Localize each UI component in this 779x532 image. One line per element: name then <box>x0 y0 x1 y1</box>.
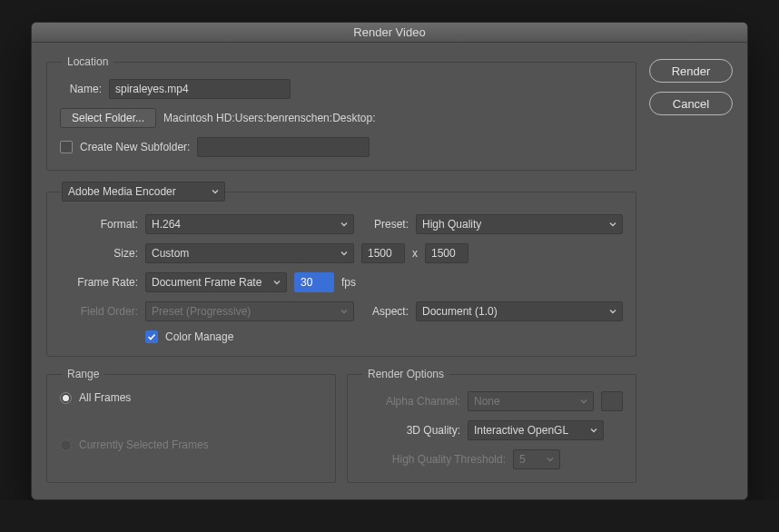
select-folder-button[interactable]: Select Folder... <box>60 108 156 128</box>
aspect-label: Aspect: <box>361 305 409 318</box>
selected-frames-radio <box>60 439 72 451</box>
chevron-down-icon <box>273 279 281 286</box>
preset-label: Preset: <box>361 218 409 231</box>
location-group: Location Name: Select Folder... Macintos… <box>46 55 636 171</box>
fieldorder-select: Preset (Progressive) <box>145 301 354 321</box>
alpha-color-swatch <box>601 391 623 411</box>
color-manage-checkbox[interactable] <box>145 330 158 343</box>
render-options-group: Render Options Alpha Channel: None 3D Qu… <box>347 368 636 483</box>
window-title: Render Video <box>353 25 425 39</box>
format-value: H.264 <box>152 218 181 231</box>
preset-select[interactable]: High Quality <box>416 214 623 234</box>
create-subfolder-label: Create New Subfolder: <box>80 141 190 153</box>
subfolder-input[interactable] <box>197 137 370 157</box>
name-label: Name: <box>60 83 102 95</box>
size-sep: x <box>412 247 418 260</box>
create-subfolder-checkbox[interactable] <box>60 141 73 153</box>
quality3d-select[interactable]: Interactive OpenGL <box>468 420 604 440</box>
hqthresh-select: 5 <box>513 449 560 469</box>
chevron-down-icon <box>212 188 219 195</box>
chevron-down-icon <box>590 427 597 434</box>
framerate-input[interactable] <box>294 272 334 292</box>
encoder-engine-value: Adobe Media Encoder <box>68 185 176 198</box>
quality3d-value: Interactive OpenGL <box>474 424 568 437</box>
aspect-select[interactable]: Document (1.0) <box>416 301 623 321</box>
format-select[interactable]: H.264 <box>145 214 354 234</box>
size-label: Size: <box>60 247 138 260</box>
size-mode-select[interactable]: Custom <box>145 243 354 263</box>
size-height-input[interactable] <box>425 243 468 263</box>
selected-frames-label: Currently Selected Frames <box>79 438 209 451</box>
encoder-engine-select[interactable]: Adobe Media Encoder <box>62 182 225 202</box>
size-width-input[interactable] <box>361 243 405 263</box>
render-button[interactable]: Render <box>649 59 733 83</box>
alpha-value: None <box>474 395 500 408</box>
all-frames-radio[interactable] <box>60 392 72 404</box>
range-group: Range All Frames Currently Selected Fram… <box>46 368 336 483</box>
framerate-label: Frame Rate: <box>60 276 138 289</box>
render-options-legend: Render Options <box>362 368 449 380</box>
format-label: Format: <box>60 218 138 231</box>
encoder-group: Adobe Media Encoder Format: H.264 Preset… <box>46 182 636 357</box>
location-legend: Location <box>62 55 113 68</box>
fieldorder-label: Field Order: <box>60 305 138 318</box>
alpha-label: Alpha Channel: <box>360 395 460 408</box>
chevron-down-icon <box>340 221 348 228</box>
chevron-down-icon <box>340 250 348 257</box>
folder-path: Macintosh HD:Users:benrenschen:Desktop: <box>163 112 375 124</box>
framerate-mode-value: Document Frame Rate <box>152 276 261 289</box>
all-frames-label: All Frames <box>79 391 131 404</box>
cancel-button[interactable]: Cancel <box>649 92 733 115</box>
render-video-dialog: Render Video Location Name: Select Folde… <box>31 22 748 500</box>
chevron-down-icon <box>580 398 587 405</box>
chevron-down-icon <box>609 221 616 228</box>
framerate-mode-select[interactable]: Document Frame Rate <box>145 272 287 292</box>
alpha-select: None <box>468 391 594 411</box>
range-legend: Range <box>62 368 104 380</box>
titlebar[interactable]: Render Video <box>32 23 747 43</box>
color-manage-label: Color Manage <box>165 330 233 343</box>
quality3d-label: 3D Quality: <box>360 424 460 437</box>
chevron-down-icon <box>340 308 348 315</box>
aspect-value: Document (1.0) <box>422 305 498 318</box>
name-input[interactable] <box>109 79 291 99</box>
check-icon <box>147 332 156 341</box>
chevron-down-icon <box>609 308 616 315</box>
size-mode-value: Custom <box>152 247 189 260</box>
fieldorder-value: Preset (Progressive) <box>152 305 251 318</box>
preset-value: High Quality <box>422 218 481 231</box>
hqthresh-value: 5 <box>519 453 526 466</box>
framerate-unit: fps <box>341 276 356 289</box>
hqthresh-label: High Quality Threshold: <box>360 453 506 466</box>
chevron-down-icon <box>547 456 554 463</box>
